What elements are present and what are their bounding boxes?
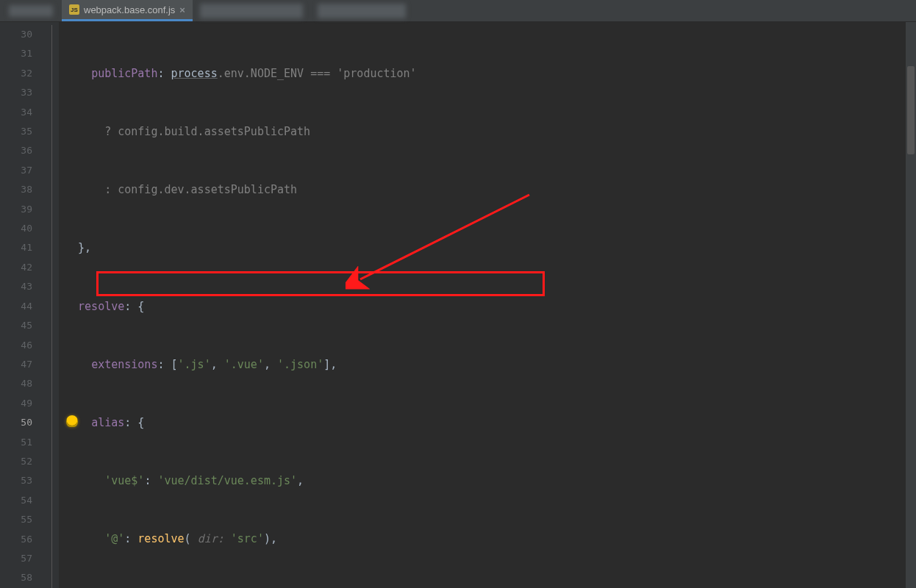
code-line[interactable]: publicPath: process.env.NODE_ENV === 'pr… (59, 64, 916, 83)
line-number-gutter: 3031323334353637383940414243444546474849… (0, 22, 46, 588)
line-number: 46 (0, 336, 46, 355)
line-number: 40 (0, 219, 46, 238)
line-number: 39 (0, 200, 46, 219)
line-number: 49 (0, 394, 46, 413)
line-number: 53 (0, 471, 46, 490)
line-number: 33 (0, 83, 46, 102)
code-line[interactable]: }, (59, 238, 916, 257)
code-area[interactable]: publicPath: process.env.NODE_ENV === 'pr… (59, 22, 916, 588)
tab-bar: JS webpack.base.conf.js × (0, 0, 916, 22)
blurred-tab (9, 5, 53, 17)
tab-active[interactable]: JS webpack.base.conf.js × (62, 0, 193, 21)
line-number: 34 (0, 103, 46, 122)
line-number: 41 (0, 238, 46, 257)
line-number: 56 (0, 530, 46, 549)
scrollbar-thumb[interactable] (907, 66, 915, 154)
line-number: 45 (0, 316, 46, 335)
line-number: 38 (0, 180, 46, 199)
line-number: 55 (0, 510, 46, 529)
line-number: 52 (0, 452, 46, 471)
line-number: 42 (0, 258, 46, 277)
line-number: 36 (0, 141, 46, 160)
code-line[interactable]: 'vue$': 'vue/dist/vue.esm.js', (59, 471, 916, 490)
line-number: 44 (0, 297, 46, 316)
code-line[interactable]: resolve: { (59, 297, 916, 316)
vertical-scrollbar[interactable] (906, 22, 916, 588)
editor[interactable]: 3031323334353637383940414243444546474849… (0, 22, 916, 588)
line-number: 37 (0, 161, 46, 180)
code-line[interactable]: ? config.build.assetsPublicPath (59, 122, 916, 141)
tab-title: webpack.base.conf.js (84, 4, 175, 15)
line-number: 54 (0, 491, 46, 510)
line-number: 32 (0, 64, 46, 83)
line-number: 51 (0, 433, 46, 452)
close-icon[interactable]: × (179, 4, 185, 15)
code-line[interactable]: : config.dev.assetsPublicPath (59, 180, 916, 199)
line-number: 50 (0, 413, 46, 432)
line-number: 57 (0, 549, 46, 568)
line-number: 48 (0, 374, 46, 393)
line-number: 30 (0, 25, 46, 44)
code-line[interactable]: '@': resolve( dir: 'src'), (59, 529, 916, 548)
line-number: 43 (0, 277, 46, 296)
line-number: 47 (0, 355, 46, 374)
line-number: 31 (0, 44, 46, 63)
code-line[interactable]: alias: { (59, 413, 916, 432)
js-file-icon: JS (69, 4, 79, 15)
line-number: 58 (0, 568, 46, 587)
fold-strip (46, 22, 59, 588)
code-line[interactable]: extensions: ['.js', '.vue', '.json'], (59, 355, 916, 374)
blurred-tab (200, 4, 303, 18)
blurred-tab (318, 4, 406, 18)
line-number: 35 (0, 122, 46, 141)
